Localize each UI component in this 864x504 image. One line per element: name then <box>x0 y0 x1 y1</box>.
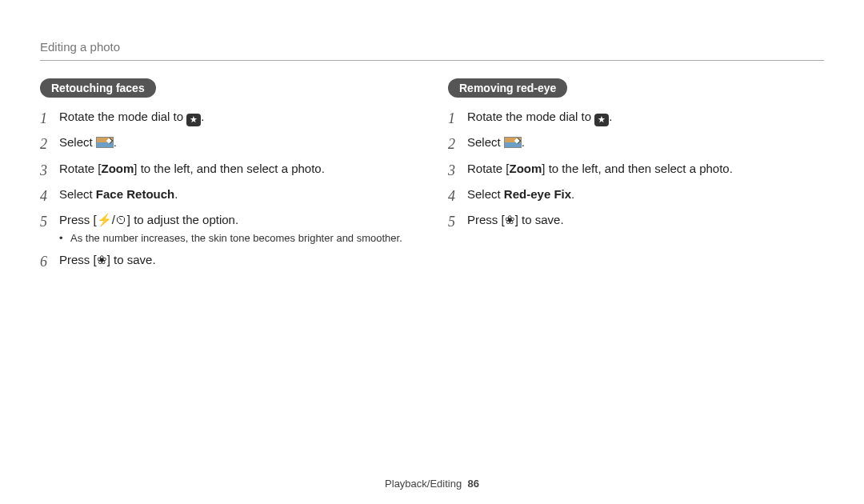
edit-mode-icon <box>504 137 522 148</box>
step-item: 3Rotate [Zoom] to the left, and then sel… <box>40 161 416 180</box>
page-footer: Playback/Editing 86 <box>0 478 864 490</box>
edit-mode-icon <box>96 137 114 148</box>
step-text: Select . <box>467 134 824 150</box>
mode-dial-star-icon: ★ <box>594 114 609 126</box>
step-text: Press [❀] to save. <box>59 252 416 268</box>
step-text: Press [❀] to save. <box>467 212 824 228</box>
step-text: Rotate [Zoom] to the left, and then sele… <box>467 161 824 177</box>
step-number: 5 <box>40 212 59 231</box>
step-text: Select Red-eye Fix. <box>467 186 824 202</box>
step-number: 2 <box>40 134 59 154</box>
step-number: 1 <box>40 109 59 128</box>
step-item: 2Select . <box>448 134 824 154</box>
steps-list-right: 1Rotate the mode dial to ★.2Select .3Rot… <box>448 109 824 231</box>
macro-flower-icon: ❀ <box>97 253 107 266</box>
step-text: Rotate the mode dial to ★. <box>59 109 416 126</box>
step-item: 4Select Red-eye Fix. <box>448 186 824 206</box>
step-text: Rotate [Zoom] to the left, and then sele… <box>59 161 416 177</box>
step-item: 1Rotate the mode dial to ★. <box>40 109 416 128</box>
flash-timer-icon: ⚡/⏲ <box>97 213 127 226</box>
step-number: 4 <box>40 186 59 206</box>
mode-dial-star-icon: ★ <box>186 114 201 126</box>
step-number: 1 <box>448 109 467 128</box>
content-columns: Retouching faces 1Rotate the mode dial t… <box>40 78 824 278</box>
step-item: 4Select Face Retouch. <box>40 186 416 206</box>
footer-page: 86 <box>467 478 478 490</box>
step-number: 2 <box>448 134 467 154</box>
steps-list-left: 1Rotate the mode dial to ★.2Select .3Rot… <box>40 109 416 271</box>
step-item: 5Press [⚡/⏲] to adjust the option.As the… <box>40 212 416 246</box>
step-number: 3 <box>40 161 59 180</box>
section-heading-redeye: Removing red-eye <box>448 78 567 98</box>
step-number: 4 <box>448 186 467 206</box>
footer-section: Playback/Editing <box>385 478 462 490</box>
step-item: 3Rotate [Zoom] to the left, and then sel… <box>448 161 824 180</box>
step-number: 6 <box>40 252 59 271</box>
left-column: Retouching faces 1Rotate the mode dial t… <box>40 78 416 278</box>
step-subnote: As the number increases, the skin tone b… <box>59 231 416 246</box>
step-item: 6Press [❀] to save. <box>40 252 416 271</box>
divider <box>40 60 824 61</box>
section-heading-retouching: Retouching faces <box>40 78 156 98</box>
step-number: 3 <box>448 161 467 180</box>
step-item: 1Rotate the mode dial to ★. <box>448 109 824 128</box>
page-title: Editing a photo <box>40 40 824 54</box>
step-text: Select . <box>59 134 416 150</box>
step-number: 5 <box>448 212 467 231</box>
step-item: 2Select . <box>40 134 416 154</box>
step-text: Select Face Retouch. <box>59 186 416 202</box>
step-item: 5Press [❀] to save. <box>448 212 824 231</box>
macro-flower-icon: ❀ <box>505 213 515 226</box>
right-column: Removing red-eye 1Rotate the mode dial t… <box>448 78 824 278</box>
step-text: Press [⚡/⏲] to adjust the option.As the … <box>59 212 416 246</box>
step-text: Rotate the mode dial to ★. <box>467 109 824 126</box>
